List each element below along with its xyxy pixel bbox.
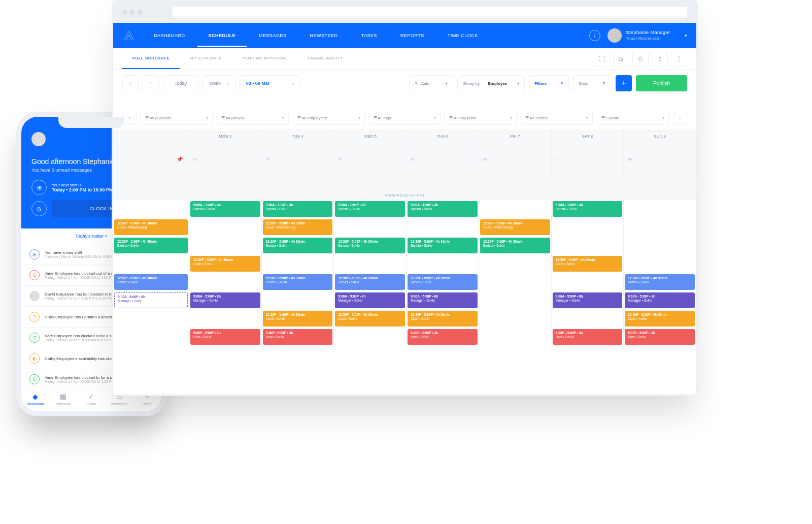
filter-all-tags[interactable]: ☰ All tags▾ (369, 111, 441, 125)
avatar[interactable] (31, 132, 46, 146)
shift-block[interactable]: 12:30P - 5:00P • 4h 30minCook • SoHo (553, 256, 623, 272)
stats-button[interactable]: Stats⫪ (573, 75, 612, 91)
schedule-cell[interactable]: 12:30P - 5:00P • 4h 30minCook • SoHo (189, 255, 262, 273)
open-day-cell[interactable]: 0h (334, 143, 407, 175)
schedule-cell[interactable]: 12:30P - 5:00P • 4h 30minCook • SoHo (624, 310, 696, 328)
schedule-cell[interactable]: 12:30P - 5:00P • 4h 30minServer • SoHo (113, 273, 189, 291)
add-button[interactable]: + (616, 75, 632, 91)
schedule-cell[interactable]: 12:30P - 5:00P • 4h 30minCook • SoHo (262, 310, 334, 328)
filter-counts[interactable]: ☰ Counts▾ (597, 111, 669, 125)
nav-tasks[interactable]: TASKS (350, 24, 388, 47)
schedule-cell[interactable]: 9:00A - 5:00P • 8hManager • SoHo (552, 291, 624, 310)
schedule-cell[interactable]: 12:30P - 5:00P • 4h 30minCook • Williams… (479, 218, 552, 237)
schedule-cell[interactable]: 12:30P - 5:00P • 4h 30minCook • SoHo (552, 255, 624, 273)
schedule-cell[interactable]: 12:30P - 5:00P • 4h 30minServer • SoHo (407, 273, 479, 291)
shift-block[interactable]: 9:00A - 1:00P • 4hBarista • SoHo (335, 201, 405, 217)
schedule-cell[interactable]: 9:00A - 5:00P • 8hManager • SoHo (407, 291, 479, 310)
more-icon[interactable]: ⋮ (671, 51, 687, 67)
fullscreen-icon[interactable]: ⛶ (594, 51, 610, 67)
schedule-cell[interactable] (552, 273, 624, 291)
schedule-cell[interactable] (479, 310, 552, 328)
shift-block[interactable]: 9:00A - 1:00P • 4hBarista • SoHo (263, 201, 333, 217)
schedule-cell[interactable] (479, 291, 552, 310)
open-day-cell[interactable]: 0h (407, 143, 479, 175)
address-bar[interactable] (173, 7, 687, 18)
chevron-down-icon[interactable]: ▾ (685, 33, 688, 38)
schedule-cell[interactable]: 12:30P - 5:00P • 4h 30minBarista • SoHo (113, 237, 189, 255)
subtab-full-schedule[interactable]: FULL SCHEDULE (122, 48, 180, 69)
shift-block[interactable]: 5:00P - 9:00P • 4hHost • SoHo (263, 329, 333, 345)
shift-block[interactable]: 9:00A - 1:00P • 4hBarista • SoHo (408, 201, 478, 217)
schedule-cell[interactable]: 12:30P - 5:00P • 4h 30minBarista • SoHo (262, 237, 334, 255)
prev-button[interactable]: ‹ (122, 75, 139, 91)
shift-block[interactable]: 12:30P - 5:00P • 4h 30minCook • SoHo (625, 311, 695, 326)
auto-chip[interactable]: ✎ Auto▾ (409, 75, 453, 91)
schedule-cell[interactable]: 5:00P - 9:00P • 4hHost • SoHo (407, 328, 479, 346)
schedule-cell[interactable]: 5:00P - 9:00P • 4hHost • SoHo (624, 328, 696, 346)
schedule-cell[interactable]: 12:30P - 5:00P • 4h 30minBarista • SoHo (479, 237, 552, 255)
nav-schedule[interactable]: SCHEDULE (197, 24, 247, 47)
schedule-cell[interactable] (334, 328, 407, 346)
subtab-pending-approval[interactable]: PENDING APPROVAL (232, 48, 297, 69)
filter-all-employees[interactable]: ☰ All employees▾ (293, 111, 365, 125)
shift-block[interactable]: 5:00P - 9:00P • 4hHost • SoHo (408, 329, 478, 345)
filter-prev[interactable]: ‹ (122, 111, 137, 125)
schedule-cell[interactable] (479, 200, 552, 218)
schedule-cell[interactable] (113, 255, 189, 273)
schedule-cell[interactable]: 12:30P - 5:00P • 4h 30minServer • SoHo (334, 273, 407, 291)
shift-block[interactable]: 9:00A - 5:00P • 8hManager • SoHo (190, 292, 260, 308)
shift-block[interactable]: 12:30P - 5:00P • 4h 30minCook • SoHo (263, 311, 333, 326)
period-select[interactable]: Week▾ (202, 75, 235, 91)
schedule-cell[interactable] (262, 291, 334, 310)
schedule-cell[interactable]: 12:30P - 5:00P • 4h 30minCook • Williams… (113, 218, 189, 237)
shift-block[interactable]: 9:00A - 5:00P • 8hManager • SoHo (114, 292, 188, 308)
schedule-cell[interactable]: 12:30P - 5:00P • 4h 30minBarista • SoHo (334, 237, 407, 255)
shift-block[interactable]: 9:00A - 5:00P • 8hManager • SoHo (553, 292, 623, 308)
shift-block[interactable]: 12:30P - 5:00P • 4h 30minBarista • SoHo (408, 238, 478, 253)
open-day-cell[interactable]: 0h (189, 143, 262, 175)
schedule-cell[interactable]: 9:00A - 1:00P • 4hBarista • SoHo (262, 200, 334, 218)
date-range[interactable]: 03 - 09 Mar▾ (240, 75, 300, 91)
schedule-cell[interactable]: 12:30P - 5:00P • 4h 30minServer • SoHo (262, 273, 334, 291)
schedule-cell[interactable]: 9:00A - 5:00P • 8hManager • SoHo (189, 291, 262, 310)
shift-block[interactable]: 5:00P - 9:00P • 4hHost • SoHo (625, 329, 695, 345)
filter-all-groups[interactable]: ☰ All groups▾ (217, 111, 289, 125)
nav-reports[interactable]: REPORTS (389, 24, 435, 47)
schedule-cell[interactable] (407, 218, 479, 237)
shift-block[interactable]: 12:30P - 5:00P • 4h 30minBarista • SoHo (114, 238, 188, 253)
subtab-unavailability[interactable]: UNAVAILABILITY (297, 48, 353, 69)
shift-block[interactable]: 9:00A - 5:00P • 8hManager • SoHo (625, 292, 695, 308)
tab-dashboard[interactable]: ◆Dashboard (21, 386, 49, 411)
schedule-cell[interactable]: 9:00A - 5:00P • 8hManager • SoHo (624, 291, 696, 310)
shift-block[interactable]: 12:30P - 5:00P • 4h 30minBarista • SoHo (335, 238, 405, 253)
schedule-cell[interactable]: 12:30P - 5:00P • 4h 30minServer • SoHo (624, 273, 696, 291)
schedule-cell[interactable] (479, 328, 552, 346)
shift-block[interactable]: 9:00A - 1:00P • 4hBarista • SoHo (190, 201, 260, 217)
filter-all-day-parts[interactable]: ☰ All day parts▾ (445, 111, 517, 125)
filters-button[interactable]: Filters≡ (529, 75, 569, 91)
shift-block[interactable]: 12:30P - 5:00P • 4h 30minServer • SoHo (625, 274, 695, 290)
schedule-cell[interactable] (624, 237, 696, 255)
shift-block[interactable]: 12:30P - 5:00P • 4h 30minServer • SoHo (408, 274, 478, 290)
subtab-my-schedule[interactable]: MY SCHEDULE (180, 48, 232, 69)
schedule-cell[interactable]: 5:00P - 9:00P • 4hHost • SoHo (262, 328, 334, 346)
schedule-cell[interactable]: 9:00A - 1:00P • 4hBarista • SoHo (189, 200, 262, 218)
schedule-cell[interactable] (113, 328, 189, 346)
shift-block[interactable]: 12:30P - 5:00P • 4h 30minCook • SoHo (190, 256, 260, 272)
schedule-cell[interactable] (624, 218, 696, 237)
shift-block[interactable]: 9:00A - 1:00P • 4hBarista • SoHo (553, 201, 623, 217)
schedule-cell[interactable]: 12:30P - 5:00P • 4h 30minBarista • SoHo (407, 237, 479, 255)
open-day-cell[interactable]: 0h (262, 143, 334, 175)
shift-block[interactable]: 12:30P - 5:00P • 4h 30minCook • SoHo (408, 311, 478, 326)
schedule-cell[interactable] (624, 255, 696, 273)
schedule-cell[interactable] (113, 310, 189, 328)
schedule-cell[interactable]: 9:00A - 1:00P • 4hBarista • SoHo (334, 200, 407, 218)
shift-block[interactable]: 9:00A - 5:00P • 8hManager • SoHo (335, 292, 405, 308)
schedule-cell[interactable]: 5:00P - 9:00P • 4hHost • SoHo (552, 328, 624, 346)
schedule-cell[interactable] (552, 218, 624, 237)
schedule-cell[interactable] (189, 237, 262, 255)
open-day-cell[interactable]: 0h (479, 143, 552, 175)
schedule-cell[interactable] (552, 237, 624, 255)
schedule-cell[interactable]: 9:00A - 5:00P • 8hManager • SoHo (113, 291, 189, 310)
schedule-cell[interactable] (479, 273, 552, 291)
